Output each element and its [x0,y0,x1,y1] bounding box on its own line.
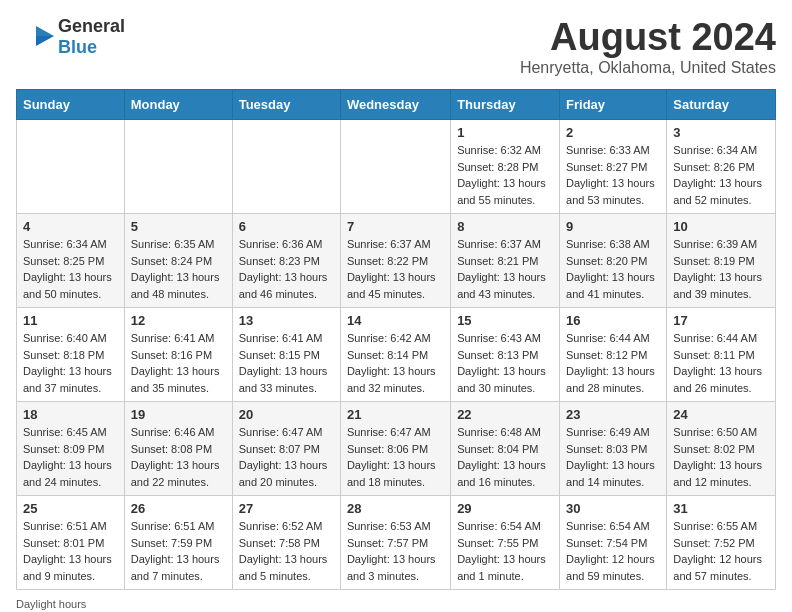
day-number: 12 [131,313,226,328]
day-number: 25 [23,501,118,516]
day-info: Sunrise: 6:44 AMSunset: 8:12 PMDaylight:… [566,330,660,396]
calendar-cell: 15Sunrise: 6:43 AMSunset: 8:13 PMDayligh… [451,308,560,402]
calendar-cell: 31Sunrise: 6:55 AMSunset: 7:52 PMDayligh… [667,496,776,590]
day-info: Sunrise: 6:50 AMSunset: 8:02 PMDaylight:… [673,424,769,490]
day-info: Sunrise: 6:33 AMSunset: 8:27 PMDaylight:… [566,142,660,208]
calendar-cell: 17Sunrise: 6:44 AMSunset: 8:11 PMDayligh… [667,308,776,402]
header-day-friday: Friday [560,90,667,120]
footer: Daylight hours [16,598,776,610]
calendar-week-row: 1Sunrise: 6:32 AMSunset: 8:28 PMDaylight… [17,120,776,214]
header-day-thursday: Thursday [451,90,560,120]
day-info: Sunrise: 6:54 AMSunset: 7:54 PMDaylight:… [566,518,660,584]
day-number: 3 [673,125,769,140]
calendar-cell: 3Sunrise: 6:34 AMSunset: 8:26 PMDaylight… [667,120,776,214]
logo-line1: General [58,16,125,37]
day-number: 9 [566,219,660,234]
day-info: Sunrise: 6:55 AMSunset: 7:52 PMDaylight:… [673,518,769,584]
day-info: Sunrise: 6:54 AMSunset: 7:55 PMDaylight:… [457,518,553,584]
calendar-cell: 24Sunrise: 6:50 AMSunset: 8:02 PMDayligh… [667,402,776,496]
calendar-cell: 11Sunrise: 6:40 AMSunset: 8:18 PMDayligh… [17,308,125,402]
day-number: 14 [347,313,444,328]
day-info: Sunrise: 6:47 AMSunset: 8:06 PMDaylight:… [347,424,444,490]
logo: General Blue [16,16,125,58]
calendar-week-row: 4Sunrise: 6:34 AMSunset: 8:25 PMDaylight… [17,214,776,308]
day-number: 28 [347,501,444,516]
day-info: Sunrise: 6:47 AMSunset: 8:07 PMDaylight:… [239,424,334,490]
calendar-cell: 18Sunrise: 6:45 AMSunset: 8:09 PMDayligh… [17,402,125,496]
calendar-cell: 20Sunrise: 6:47 AMSunset: 8:07 PMDayligh… [232,402,340,496]
day-number: 13 [239,313,334,328]
calendar-cell [124,120,232,214]
title-area: August 2024 Henryetta, Oklahoma, United … [520,16,776,77]
calendar-cell: 9Sunrise: 6:38 AMSunset: 8:20 PMDaylight… [560,214,667,308]
calendar-cell: 25Sunrise: 6:51 AMSunset: 8:01 PMDayligh… [17,496,125,590]
calendar-cell: 22Sunrise: 6:48 AMSunset: 8:04 PMDayligh… [451,402,560,496]
day-info: Sunrise: 6:46 AMSunset: 8:08 PMDaylight:… [131,424,226,490]
day-number: 5 [131,219,226,234]
day-number: 20 [239,407,334,422]
calendar-header-row: SundayMondayTuesdayWednesdayThursdayFrid… [17,90,776,120]
header-day-monday: Monday [124,90,232,120]
day-number: 1 [457,125,553,140]
day-info: Sunrise: 6:32 AMSunset: 8:28 PMDaylight:… [457,142,553,208]
day-info: Sunrise: 6:53 AMSunset: 7:57 PMDaylight:… [347,518,444,584]
day-info: Sunrise: 6:37 AMSunset: 8:21 PMDaylight:… [457,236,553,302]
calendar-cell: 10Sunrise: 6:39 AMSunset: 8:19 PMDayligh… [667,214,776,308]
header-day-tuesday: Tuesday [232,90,340,120]
day-info: Sunrise: 6:51 AMSunset: 7:59 PMDaylight:… [131,518,226,584]
day-number: 18 [23,407,118,422]
header: General Blue August 2024 Henryetta, Okla… [16,16,776,77]
day-number: 22 [457,407,553,422]
sub-title: Henryetta, Oklahoma, United States [520,59,776,77]
day-info: Sunrise: 6:38 AMSunset: 8:20 PMDaylight:… [566,236,660,302]
day-number: 17 [673,313,769,328]
calendar-cell: 30Sunrise: 6:54 AMSunset: 7:54 PMDayligh… [560,496,667,590]
day-number: 4 [23,219,118,234]
calendar-cell: 26Sunrise: 6:51 AMSunset: 7:59 PMDayligh… [124,496,232,590]
calendar-cell: 29Sunrise: 6:54 AMSunset: 7:55 PMDayligh… [451,496,560,590]
svg-marker-0 [36,26,54,36]
main-title: August 2024 [520,16,776,59]
day-number: 6 [239,219,334,234]
logo-line2: Blue [58,37,97,58]
calendar-cell: 23Sunrise: 6:49 AMSunset: 8:03 PMDayligh… [560,402,667,496]
logo-text-block: General Blue [58,16,125,58]
day-info: Sunrise: 6:52 AMSunset: 7:58 PMDaylight:… [239,518,334,584]
day-number: 24 [673,407,769,422]
calendar-cell: 8Sunrise: 6:37 AMSunset: 8:21 PMDaylight… [451,214,560,308]
day-info: Sunrise: 6:36 AMSunset: 8:23 PMDaylight:… [239,236,334,302]
calendar-cell: 6Sunrise: 6:36 AMSunset: 8:23 PMDaylight… [232,214,340,308]
day-number: 27 [239,501,334,516]
calendar-cell: 7Sunrise: 6:37 AMSunset: 8:22 PMDaylight… [340,214,450,308]
calendar-cell: 13Sunrise: 6:41 AMSunset: 8:15 PMDayligh… [232,308,340,402]
day-info: Sunrise: 6:42 AMSunset: 8:14 PMDaylight:… [347,330,444,396]
calendar-cell: 5Sunrise: 6:35 AMSunset: 8:24 PMDaylight… [124,214,232,308]
day-info: Sunrise: 6:34 AMSunset: 8:26 PMDaylight:… [673,142,769,208]
day-number: 8 [457,219,553,234]
day-number: 26 [131,501,226,516]
svg-marker-1 [36,36,54,46]
logo-icon [16,22,54,52]
day-number: 23 [566,407,660,422]
day-number: 7 [347,219,444,234]
calendar-cell: 21Sunrise: 6:47 AMSunset: 8:06 PMDayligh… [340,402,450,496]
calendar-cell: 28Sunrise: 6:53 AMSunset: 7:57 PMDayligh… [340,496,450,590]
calendar-cell [17,120,125,214]
day-info: Sunrise: 6:40 AMSunset: 8:18 PMDaylight:… [23,330,118,396]
calendar-cell [232,120,340,214]
calendar-cell: 27Sunrise: 6:52 AMSunset: 7:58 PMDayligh… [232,496,340,590]
day-number: 16 [566,313,660,328]
day-info: Sunrise: 6:48 AMSunset: 8:04 PMDaylight:… [457,424,553,490]
day-info: Sunrise: 6:43 AMSunset: 8:13 PMDaylight:… [457,330,553,396]
day-info: Sunrise: 6:45 AMSunset: 8:09 PMDaylight:… [23,424,118,490]
header-day-sunday: Sunday [17,90,125,120]
day-info: Sunrise: 6:44 AMSunset: 8:11 PMDaylight:… [673,330,769,396]
day-info: Sunrise: 6:37 AMSunset: 8:22 PMDaylight:… [347,236,444,302]
day-number: 29 [457,501,553,516]
header-day-wednesday: Wednesday [340,90,450,120]
day-info: Sunrise: 6:41 AMSunset: 8:16 PMDaylight:… [131,330,226,396]
calendar-cell: 14Sunrise: 6:42 AMSunset: 8:14 PMDayligh… [340,308,450,402]
calendar-table: SundayMondayTuesdayWednesdayThursdayFrid… [16,89,776,590]
day-number: 21 [347,407,444,422]
calendar-cell: 19Sunrise: 6:46 AMSunset: 8:08 PMDayligh… [124,402,232,496]
